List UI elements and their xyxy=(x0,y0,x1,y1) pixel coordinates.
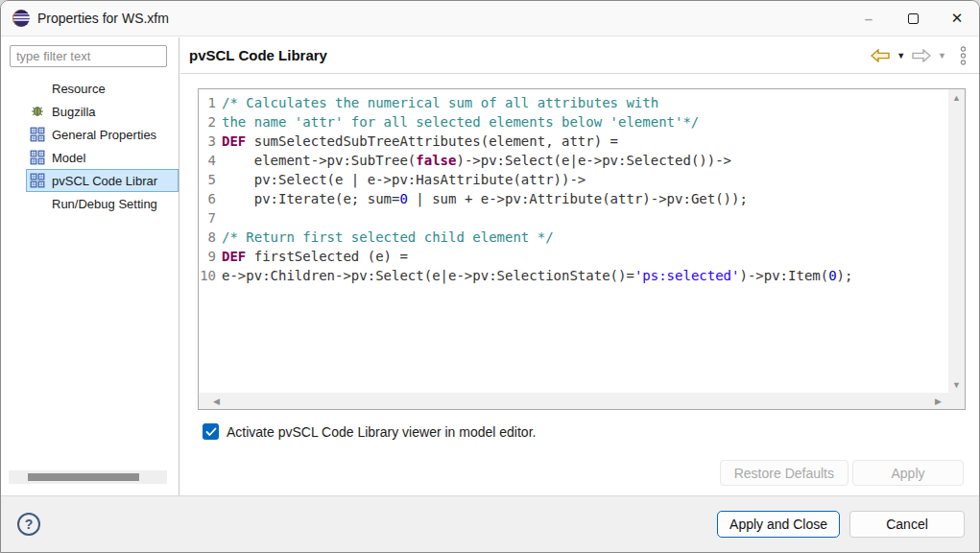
code-line: 5 pv:Select(e | e->pv:HasAttribute(attr)… xyxy=(199,170,948,189)
apply-and-close-button[interactable]: Apply and Close xyxy=(717,511,840,538)
code-line-text: DEF sumSelectedSubTreeAttributes(element… xyxy=(222,132,618,151)
scroll-down-icon[interactable]: ▼ xyxy=(948,376,965,393)
footer-button-row: Apply and Close Cancel xyxy=(717,511,965,538)
line-number: 4 xyxy=(199,151,222,170)
window-title: Properties for WS.xfm xyxy=(37,11,169,26)
back-arrow-icon[interactable] xyxy=(871,49,890,62)
maximize-icon xyxy=(908,13,919,24)
sidebar-item-label: Model xyxy=(52,151,85,165)
code-line: 6 pv:Iterate(e; sum=0 | sum + e->pv:Attr… xyxy=(199,189,948,208)
code-line: 8/* Return first selected child element … xyxy=(199,228,948,247)
filter-input[interactable] xyxy=(10,45,167,67)
main-panel: pvSCL Code Library ▼ ▼ 1/* Calculates th… xyxy=(180,37,979,495)
code-line: 10e->pv:Children->pv:Select(e|e->pv:Sele… xyxy=(199,266,948,285)
code-line-text: e->pv:Children->pv:Select(e|e->pv:Select… xyxy=(222,266,852,285)
sidebar-item-general-properties[interactable]: General Properties xyxy=(26,123,179,146)
page-title: pvSCL Code Library xyxy=(189,47,327,63)
back-dropdown-icon[interactable]: ▼ xyxy=(896,51,905,60)
sidebar: ResourceBugzillaGeneral PropertiesModelp… xyxy=(1,37,179,495)
scroll-right-icon[interactable]: ▶ xyxy=(930,393,946,409)
title-bar: Properties for WS.xfm – ✕ xyxy=(1,1,979,36)
line-number: 8 xyxy=(199,228,222,247)
line-number: 5 xyxy=(199,170,222,189)
editor-horizontal-scrollbar[interactable]: ◀ ▶ xyxy=(199,393,948,409)
sidebar-item-label: Resource xyxy=(52,82,106,96)
none-icon xyxy=(30,196,45,211)
scrollbar-thumb[interactable] xyxy=(28,473,139,481)
code-line: 2the name 'attr' for all selected elemen… xyxy=(199,112,948,132)
activate-checkbox[interactable] xyxy=(203,423,219,440)
grid-icon xyxy=(30,127,45,142)
line-number: 7 xyxy=(199,208,222,228)
eclipse-logo-icon xyxy=(12,10,30,27)
activate-checkbox-label: Activate pvSCL Code Library viewer in mo… xyxy=(227,424,536,440)
code-line-text: the name 'attr' for all selected element… xyxy=(222,112,699,132)
close-button[interactable]: ✕ xyxy=(935,1,979,36)
sidebar-horizontal-scrollbar[interactable] xyxy=(9,470,167,484)
editor-vertical-scrollbar[interactable]: ▲ ▼ xyxy=(948,89,965,393)
sidebar-tree: ResourceBugzillaGeneral PropertiesModelp… xyxy=(1,77,179,215)
sidebar-item-bugzilla[interactable]: Bugzilla xyxy=(26,100,179,123)
code-line: 7 xyxy=(199,208,948,228)
line-number: 3 xyxy=(199,132,222,151)
sidebar-item-pvscl-code-librar[interactable]: pvSCL Code Librar xyxy=(26,169,179,192)
code-area[interactable]: 1/* Calculates the numerical sum of all … xyxy=(199,89,948,393)
question-mark-icon: ? xyxy=(25,517,34,532)
minimize-button[interactable]: – xyxy=(847,1,891,36)
nav-toolbar: ▼ ▼ xyxy=(871,45,968,66)
page-header: pvSCL Code Library ▼ ▼ xyxy=(180,37,979,74)
sidebar-item-label: Run/Debug Setting xyxy=(52,197,157,211)
forward-arrow-icon[interactable] xyxy=(912,49,931,62)
scrollbar-corner xyxy=(948,393,965,409)
bug-icon xyxy=(30,104,45,119)
properties-dialog: Properties for WS.xfm – ✕ ResourceBugzil… xyxy=(0,0,980,553)
code-line-text: /* Calculates the numerical sum of all a… xyxy=(222,93,658,112)
sidebar-item-model[interactable]: Model xyxy=(26,146,179,169)
sidebar-item-resource[interactable]: Resource xyxy=(26,77,179,100)
activate-option-row: Activate pvSCL Code Library viewer in mo… xyxy=(203,423,536,440)
code-editor: 1/* Calculates the numerical sum of all … xyxy=(198,88,966,410)
sidebar-item-label: Bugzilla xyxy=(52,105,96,119)
none-icon xyxy=(30,81,45,96)
restore-defaults-button[interactable]: Restore Defaults xyxy=(720,460,849,486)
grid-icon xyxy=(30,173,45,188)
code-line-text: pv:Select(e | e->pv:HasAttribute(attr))-… xyxy=(222,170,586,189)
forward-dropdown-icon[interactable]: ▼ xyxy=(938,51,946,60)
line-number: 6 xyxy=(199,189,222,208)
grid-icon xyxy=(30,150,45,165)
line-number: 9 xyxy=(199,247,222,266)
scroll-left-icon[interactable]: ◀ xyxy=(208,393,225,409)
line-number: 10 xyxy=(199,266,222,285)
code-line-text: pv:Iterate(e; sum=0 | sum + e->pv:Attrib… xyxy=(222,189,748,208)
code-line: 9DEF firstSelected (e) = xyxy=(199,247,948,266)
code-line: 1/* Calculates the numerical sum of all … xyxy=(199,93,948,112)
apply-button[interactable]: Apply xyxy=(852,460,964,486)
cancel-button[interactable]: Cancel xyxy=(849,511,965,538)
sidebar-item-run-debug-setting[interactable]: Run/Debug Setting xyxy=(26,192,179,215)
code-line: 4 element->pv:SubTree(false)->pv:Select(… xyxy=(199,151,948,170)
view-menu-icon[interactable] xyxy=(959,45,968,66)
line-number: 1 xyxy=(199,93,222,112)
window-controls: – ✕ xyxy=(847,1,979,36)
help-button[interactable]: ? xyxy=(17,513,40,536)
code-line-text: DEF firstSelected (e) = xyxy=(222,247,408,266)
scroll-up-icon[interactable]: ▲ xyxy=(948,89,965,106)
sidebar-item-label: General Properties xyxy=(52,128,156,142)
code-line-text: element->pv:SubTree(false)->pv:Select(e|… xyxy=(222,151,731,170)
sidebar-item-label: pvSCL Code Librar xyxy=(52,174,157,188)
code-line-text: /* Return first selected child element *… xyxy=(222,228,554,247)
code-line: 3DEF sumSelectedSubTreeAttributes(elemen… xyxy=(199,132,948,151)
line-number: 2 xyxy=(199,112,222,132)
maximize-button[interactable] xyxy=(891,1,935,36)
page-button-row: Restore Defaults Apply xyxy=(720,460,964,486)
footer-bar: ? Apply and Close Cancel xyxy=(1,495,979,552)
